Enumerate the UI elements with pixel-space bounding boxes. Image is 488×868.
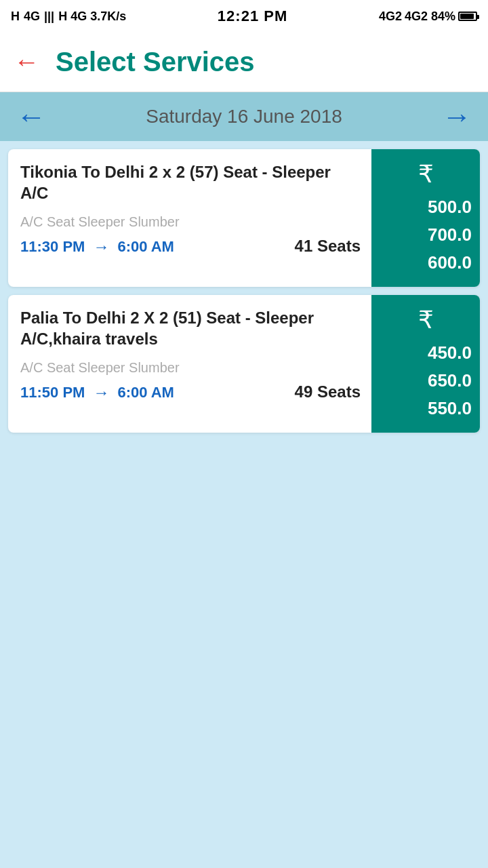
route-title: Palia To Delhi 2 X 2 (51) Seat - Sleeper… xyxy=(20,307,361,349)
signal-bars-icon: ||| xyxy=(44,9,54,24)
currency-icon: ₹ xyxy=(418,306,434,334)
timing-arrow-icon: → xyxy=(93,237,109,256)
date-navigation: ← Saturday 16 June 2018 → xyxy=(0,92,488,141)
battery-icon xyxy=(458,12,477,21)
page-title: Select Services xyxy=(56,47,255,77)
timing-arrow-icon: → xyxy=(93,383,109,402)
status-time: 12:21 PM xyxy=(218,7,287,25)
route-title: Tikonia To Delhi 2 x 2 (57) Seat - Sleep… xyxy=(20,161,361,203)
card-info: Tikonia To Delhi 2 x 2 (57) Seat - Sleep… xyxy=(8,149,371,287)
price-box: ₹ 500.0 700.0 600.0 xyxy=(371,149,480,287)
signal-icon: H xyxy=(11,9,20,24)
seat-count: 41 Seats xyxy=(295,237,361,257)
status-bar: H 4G ||| H 4G 3.7K/s 12:21 PM 4G2 4G2 84… xyxy=(0,0,488,33)
depart-time: 11:30 PM xyxy=(20,238,85,256)
currency-icon: ₹ xyxy=(418,160,434,189)
price-1: 500.0 xyxy=(380,194,472,220)
service-tags: A/C Seat Sleeper Slumber xyxy=(20,360,361,376)
network-4g-icon: 4G xyxy=(24,9,40,24)
timing-row: 11:50 PM → 6:00 AM xyxy=(20,383,174,402)
header: ← Select Services xyxy=(0,33,488,92)
prev-date-button[interactable]: ← xyxy=(16,100,46,134)
arrive-time: 6:00 AM xyxy=(117,238,174,256)
service-card[interactable]: Tikonia To Delhi 2 x 2 (57) Seat - Sleep… xyxy=(8,149,480,287)
card-top: Palia To Delhi 2 X 2 (51) Seat - Sleeper… xyxy=(8,295,480,433)
price-3: 550.0 xyxy=(380,395,472,422)
next-date-button[interactable]: → xyxy=(442,100,472,134)
card-info: Palia To Delhi 2 X 2 (51) Seat - Sleeper… xyxy=(8,295,371,433)
card-top: Tikonia To Delhi 2 x 2 (57) Seat - Sleep… xyxy=(8,149,480,287)
data-speed: H 4G 3.7K/s xyxy=(58,9,126,24)
seat-count: 49 Seats xyxy=(295,382,361,403)
status-right: 4G2 4G2 84% xyxy=(379,9,477,24)
arrive-time: 6:00 AM xyxy=(117,384,174,401)
bottom-area xyxy=(0,433,488,736)
service-tags: A/C Seat Sleeper Slumber xyxy=(20,214,361,230)
selected-date: Saturday 16 June 2018 xyxy=(146,106,342,127)
price-2: 650.0 xyxy=(380,368,472,394)
price-3: 600.0 xyxy=(380,250,472,276)
price-2: 700.0 xyxy=(380,222,472,248)
battery-percent: 4G2 84% xyxy=(405,9,455,24)
services-list: Tikonia To Delhi 2 x 2 (57) Seat - Sleep… xyxy=(0,141,488,433)
timing-row: 11:30 PM → 6:00 AM xyxy=(20,237,174,256)
status-left: H 4G ||| H 4G 3.7K/s xyxy=(11,9,126,24)
price-box: ₹ 450.0 650.0 550.0 xyxy=(371,295,480,433)
price-1: 450.0 xyxy=(380,340,472,366)
depart-time: 11:50 PM xyxy=(20,384,85,401)
service-card[interactable]: Palia To Delhi 2 X 2 (51) Seat - Sleeper… xyxy=(8,295,480,433)
back-button[interactable]: ← xyxy=(14,47,39,77)
network-status: 4G2 xyxy=(379,9,402,24)
